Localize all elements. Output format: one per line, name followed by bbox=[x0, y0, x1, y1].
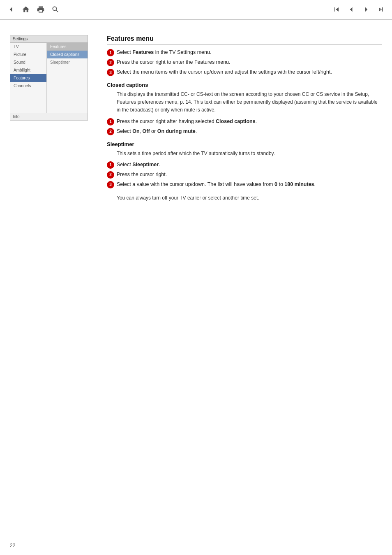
features-menu-steps: 1 Select Features in the TV Settings men… bbox=[107, 49, 382, 76]
sleeptimer-title: Sleeptimer bbox=[107, 141, 382, 147]
menu-item-features: Features bbox=[10, 74, 46, 82]
st-step-1-text: Select Sleeptimer. bbox=[117, 161, 160, 169]
menu-empty-3 bbox=[10, 101, 46, 107]
menu-item-channels: Channels bbox=[10, 82, 46, 90]
step-1: 1 Select Features in the TV Settings men… bbox=[107, 49, 382, 56]
cc-step-2: 2 Select On, Off or On during mute. bbox=[107, 128, 382, 135]
svg-marker-0 bbox=[10, 7, 12, 12]
main-content-area: Settings TV Picture Sound Ambilight Feat… bbox=[0, 28, 392, 213]
closed-captions-body: This displays the transmitted CC- or CS-… bbox=[117, 91, 382, 114]
menu-empty-1 bbox=[10, 90, 46, 95]
menu-body: TV Picture Sound Ambilight Features Chan… bbox=[10, 43, 88, 113]
menu-col1: TV Picture Sound Ambilight Features Chan… bbox=[10, 43, 47, 113]
cc-step-1: 1 Press the cursor right after having se… bbox=[107, 118, 382, 125]
col2-empty-5 bbox=[47, 89, 88, 95]
st-step-2-text: Press the cursor right. bbox=[117, 171, 167, 179]
menu-sub-closed-captions: Closed captions bbox=[47, 51, 88, 58]
tv-settings-menu: Settings TV Picture Sound Ambilight Feat… bbox=[10, 35, 88, 121]
menu-empty-2 bbox=[10, 95, 46, 101]
col2-empty-4 bbox=[47, 84, 88, 89]
menu-sub-sleeptimer: Sleeptimer bbox=[47, 58, 88, 66]
cc-step-num-1: 1 bbox=[107, 118, 114, 125]
closed-captions-title: Closed captions bbox=[107, 82, 382, 88]
st-step-3-text: Select a value with the cursor up/down. … bbox=[117, 181, 316, 188]
st-step-1: 1 Select Sleeptimer. bbox=[107, 161, 382, 169]
prev-icon[interactable] bbox=[347, 5, 356, 14]
col2-empty-2 bbox=[47, 72, 88, 78]
top-divider bbox=[0, 20, 392, 20]
st-step-num-2: 2 bbox=[107, 171, 114, 179]
step-3: 3 Select the menu items with the cursor … bbox=[107, 68, 382, 76]
st-step-num-1: 1 bbox=[107, 161, 114, 169]
nav-left-group bbox=[7, 5, 60, 14]
cc-step-1-text: Press the cursor right after having sele… bbox=[117, 118, 257, 125]
nav-right-group bbox=[332, 5, 385, 14]
sleeptimer-note: You can always turn off your TV earlier … bbox=[117, 194, 382, 202]
st-step-num-3: 3 bbox=[107, 181, 114, 188]
menu-footer: Info bbox=[10, 113, 88, 120]
step-2-text: Press the cursor right to enter the Feat… bbox=[117, 58, 231, 66]
page-number: 22 bbox=[10, 543, 15, 548]
menu-col2: Features Closed captions Sleeptimer bbox=[47, 43, 88, 113]
col2-empty-1 bbox=[47, 66, 88, 72]
col2-empty-3 bbox=[47, 78, 88, 84]
print-icon[interactable] bbox=[36, 5, 45, 14]
sleeptimer-body: This sets a time period after which the … bbox=[117, 150, 382, 158]
step-num-2: 2 bbox=[107, 59, 114, 66]
menu-item-tv: TV bbox=[10, 43, 46, 51]
cc-step-2-text: Select On, Off or On during mute. bbox=[117, 128, 197, 135]
st-step-3: 3 Select a value with the cursor up/down… bbox=[107, 181, 382, 188]
step-num-1: 1 bbox=[107, 49, 114, 56]
tv-menu-panel: Settings TV Picture Sound Ambilight Feat… bbox=[10, 35, 92, 205]
svg-marker-1 bbox=[350, 7, 353, 12]
st-step-2: 2 Press the cursor right. bbox=[107, 171, 382, 179]
menu-header: Settings bbox=[10, 35, 88, 43]
menu-col2-header: Features bbox=[47, 43, 88, 51]
step-1-text: Select Features in the TV Settings menu. bbox=[117, 49, 211, 56]
home-icon[interactable] bbox=[21, 5, 30, 14]
instructional-content: Features menu 1 Select Features in the T… bbox=[104, 35, 382, 205]
menu-item-sound: Sound bbox=[10, 58, 46, 66]
step-2: 2 Press the cursor right to enter the Fe… bbox=[107, 58, 382, 66]
skip-forward-icon[interactable] bbox=[376, 5, 385, 14]
menu-item-picture: Picture bbox=[10, 51, 46, 58]
col2-empty-6 bbox=[47, 95, 88, 101]
step-3-text: Select the menu items with the cursor up… bbox=[117, 68, 332, 76]
step-num-3: 3 bbox=[107, 69, 114, 76]
sleeptimer-steps: 1 Select Sleeptimer. 2 Press the cursor … bbox=[107, 161, 382, 188]
top-navigation-bar bbox=[0, 0, 392, 20]
back-arrow-icon[interactable] bbox=[7, 5, 16, 14]
menu-item-ambilight: Ambilight bbox=[10, 66, 46, 74]
skip-back-icon[interactable] bbox=[332, 5, 341, 14]
svg-marker-2 bbox=[365, 7, 368, 12]
next-icon[interactable] bbox=[362, 5, 371, 14]
menu-empty-4 bbox=[10, 107, 46, 113]
closed-captions-steps: 1 Press the cursor right after having se… bbox=[107, 118, 382, 135]
cc-step-num-2: 2 bbox=[107, 128, 114, 135]
search-icon[interactable] bbox=[51, 5, 60, 14]
features-menu-title: Features menu bbox=[107, 35, 382, 44]
